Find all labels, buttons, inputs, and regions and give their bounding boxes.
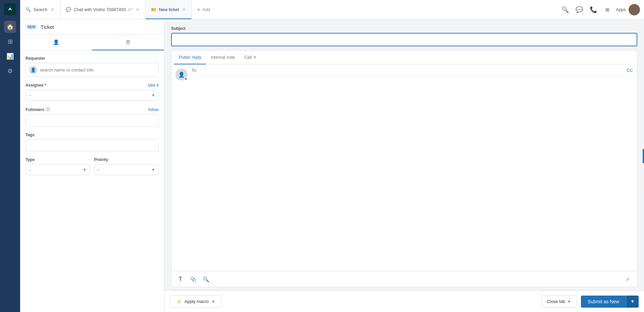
priority-select[interactable]: - Low Normal High Urgent — [94, 164, 159, 175]
composer-avatar: 👤 — [171, 64, 192, 271]
assignee-label: Assignee * take it — [25, 83, 159, 88]
right-panel: Subject Public reply Internal note Call … — [164, 19, 644, 312]
message-textarea[interactable] — [192, 81, 637, 267]
bottom-bar: ⚡ Apply macro ▼ Close tab ▼ Submit as Ne… — [164, 291, 644, 312]
type-field-group: Type - Question Incident Problem Task ▼ — [25, 157, 90, 175]
left-panel-content: Requester 👤 Assignee * take it — [20, 51, 164, 312]
messaging-button[interactable]: 💬 — [574, 4, 585, 15]
left-panel: NEW Ticket 👤 ☰ Requester 👤 — [20, 19, 164, 312]
reply-tab-call[interactable]: Call ▼ — [239, 51, 261, 64]
format-text-button[interactable]: T — [175, 274, 185, 284]
composer-body: To: CC — [192, 64, 637, 271]
composer: 👤 To: CC — [171, 64, 637, 271]
requester-label: Requester — [25, 56, 159, 61]
reply-area: Public reply Internal note Call ▼ 👤 — [171, 50, 637, 287]
sidebar-item-admin[interactable]: ⚙ — [4, 65, 16, 77]
take-it-link[interactable]: take it — [148, 83, 159, 88]
tab-chat-close[interactable]: × — [135, 6, 140, 13]
toolbar-right: ⤢ — [623, 274, 633, 284]
submit-main-button[interactable]: Submit as New — [581, 296, 626, 308]
help-tab[interactable]: Help — [643, 149, 644, 163]
composer-toolbar: T 📎 🔍 ⤢ — [171, 271, 637, 287]
to-label: To: — [192, 68, 197, 73]
tab-new-ticket[interactable]: 🎫 New ticket × — [146, 0, 192, 19]
svg-point-1 — [9, 8, 11, 9]
requester-search-input[interactable] — [40, 67, 155, 72]
type-select[interactable]: - Question Incident Problem Task — [25, 164, 90, 175]
sidebar-item-views[interactable]: ⊞ — [4, 36, 16, 48]
panel-tab-user[interactable]: 👤 — [20, 35, 92, 50]
requester-input[interactable]: 👤 — [25, 63, 159, 77]
type-label: Type — [25, 157, 90, 162]
panel-tab-list[interactable]: ☰ — [92, 35, 164, 50]
attach-icon: 📎 — [190, 276, 197, 282]
tags-input[interactable] — [25, 139, 159, 151]
submit-dropdown-button[interactable]: ▼ — [626, 296, 639, 308]
tab-search-close[interactable]: × — [50, 6, 55, 13]
requester-field-group: Requester 👤 — [25, 56, 159, 77]
call-chevron-icon: ▼ — [253, 55, 257, 59]
sidebar-item-home[interactable]: 🏠 — [4, 21, 16, 33]
sidebar: 🏠 ⊞ 📊 ⚙ — [0, 0, 20, 312]
apps-button[interactable]: ⊞ — [602, 4, 613, 15]
sidebar-item-reports[interactable]: 📊 — [4, 50, 16, 62]
search-composer-icon: 🔍 — [203, 276, 209, 282]
followers-info-icon[interactable]: ⓘ — [46, 107, 50, 112]
apply-macro-label: Apply macro — [184, 299, 209, 304]
subject-row: Subject — [171, 26, 637, 46]
assignee-select-wrapper: - ▼ — [25, 90, 159, 101]
chat-icon: 💬 — [66, 7, 71, 12]
requester-avatar: 👤 — [29, 66, 37, 74]
tags-field-group: Tags — [25, 133, 159, 151]
to-row: To: CC — [192, 64, 637, 76]
close-tab-button[interactable]: Close tab ▼ — [541, 295, 577, 308]
type-select-wrapper: - Question Incident Problem Task ▼ — [25, 164, 90, 175]
tab-new-ticket-close[interactable]: × — [182, 6, 186, 13]
priority-label: Priority — [94, 157, 159, 162]
reply-tab-public[interactable]: Public reply — [174, 51, 206, 64]
add-tab-button[interactable]: + Add — [192, 0, 215, 19]
assignee-required-indicator: * — [45, 83, 46, 88]
attach-file-button[interactable]: 📎 — [188, 274, 198, 284]
reply-tabs: Public reply Internal note Call ▼ — [171, 51, 637, 64]
tabbar-actions: 🔍 💬 📞 ⊞ Apps 👤 — [555, 0, 644, 19]
close-tab-label: Close tab — [547, 299, 565, 304]
subject-input[interactable] — [171, 33, 637, 46]
tab-search-label: Search — [34, 7, 47, 12]
phone-button[interactable]: 📞 — [588, 4, 599, 15]
format-text-icon: T — [179, 276, 182, 282]
add-tab-label: Add — [202, 7, 210, 12]
type-priority-row: Type - Question Incident Problem Task ▼ — [25, 157, 159, 181]
priority-field-group: Priority - Low Normal High Urgent ▼ — [94, 157, 159, 175]
tab-chat[interactable]: 💬 Chat with Visitor 70887493 #7 × — [60, 0, 146, 19]
followers-field-group: Followers ⓘ follow — [25, 107, 159, 126]
status-indicator — [184, 77, 187, 81]
plus-icon: + — [197, 7, 200, 13]
assignee-select[interactable]: - — [25, 90, 159, 101]
user-avatar-button[interactable]: 👤 — [629, 4, 640, 15]
close-tab-chevron-icon: ▼ — [567, 299, 571, 304]
tab-search[interactable]: 🔍 Search × — [20, 0, 60, 19]
apply-macro-button[interactable]: ⚡ Apply macro ▼ — [170, 295, 222, 308]
ticket-title: Ticket — [41, 24, 54, 30]
followers-label: Followers ⓘ follow — [25, 107, 159, 112]
new-badge: NEW — [25, 24, 37, 30]
reply-tab-internal[interactable]: Internal note — [206, 51, 239, 64]
bolt-icon: ⚡ — [176, 299, 182, 304]
global-search-button[interactable]: 🔍 — [559, 4, 571, 15]
follow-link[interactable]: follow — [148, 107, 159, 112]
cc-link[interactable]: CC — [627, 68, 633, 73]
submit-button-group: Submit as New ▼ — [581, 296, 639, 308]
submit-chevron-icon: ▼ — [630, 299, 635, 304]
subject-label: Subject — [171, 26, 637, 31]
search-knowledge-button[interactable]: 🔍 — [201, 274, 211, 284]
apps-label: Apps — [616, 7, 626, 12]
tab-chat-label: Chat with Visitor 70887493 #7 — [74, 7, 132, 12]
priority-select-wrapper: - Low Normal High Urgent ▼ — [94, 164, 159, 175]
followers-input[interactable] — [25, 114, 159, 126]
apply-macro-chevron-icon: ▼ — [211, 299, 215, 304]
app-logo[interactable] — [4, 3, 16, 15]
expand-button[interactable]: ⤢ — [623, 274, 633, 284]
panel-tabs: 👤 ☰ — [20, 35, 164, 51]
tab-new-ticket-label: New ticket — [159, 7, 179, 12]
